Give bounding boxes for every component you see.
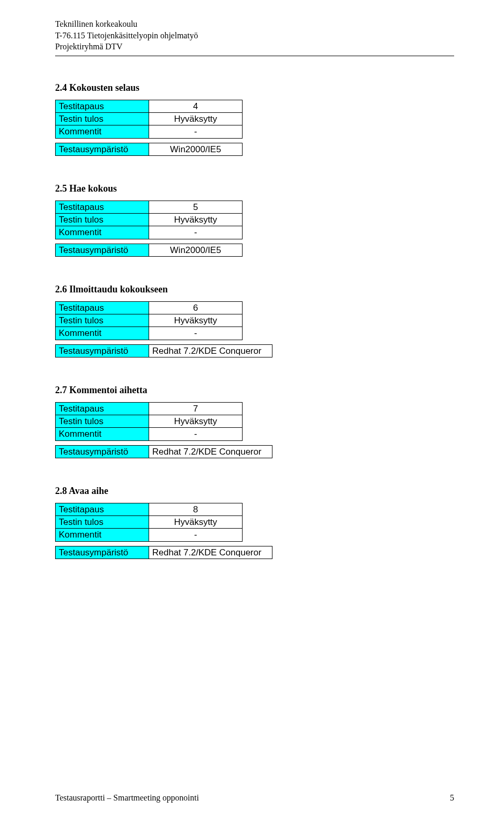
label-cell: Testin tulos [56,314,149,327]
test-section: 2.4 Kokousten selausTestitapaus4Testin t… [55,82,454,156]
label-cell: Testausympäristö [56,445,149,458]
table-row: Testitapaus4 [56,100,243,112]
label-cell: Testausympäristö [56,244,149,256]
label-cell: Testin tulos [56,113,149,125]
header-line-2: T-76.115 Tietojenkäsittelyopin ohjelmaty… [55,30,454,41]
label-cell: Kommentit [56,125,149,138]
test-env-table: TestausympäristöRedhat 7.2/KDE Conqueror [55,546,272,559]
table-row: TestausympäristöRedhat 7.2/KDE Conqueror [56,445,272,458]
value-cell: - [149,529,243,541]
test-env-table: TestausympäristöWin2000/IE5 [55,244,243,257]
table-row: TestausympäristöWin2000/IE5 [56,244,243,256]
value-cell: Hyväksytty [149,516,243,529]
table-row: Testin tulosHyväksytty [56,516,243,529]
test-env-table: TestausympäristöWin2000/IE5 [55,143,243,156]
table-row: Kommentit- [56,327,243,340]
value-cell: - [149,125,243,138]
label-cell: Testin tulos [56,516,149,529]
section-title: 2.8 Avaa aihe [55,486,454,497]
value-cell: 6 [149,301,243,314]
test-details-table: Testitapaus8Testin tulosHyväksyttyKommen… [55,503,243,542]
label-cell: Testitapaus [56,301,149,314]
table-row: Kommentit- [56,125,243,138]
section-title: 2.6 Ilmoittaudu kokoukseen [55,284,454,295]
test-section: 2.6 Ilmoittaudu kokoukseenTestitapaus6Te… [55,284,454,357]
label-cell: Testitapaus [56,503,149,515]
footer-page-number: 5 [450,793,454,803]
value-cell: Hyväksytty [149,214,243,226]
value-cell: Redhat 7.2/KDE Conqueror [149,445,272,458]
test-env-table: TestausympäristöRedhat 7.2/KDE Conqueror [55,344,272,357]
table-row: Testitapaus8 [56,503,243,515]
table-row: Testitapaus6 [56,301,243,314]
section-title: 2.7 Kommentoi aihetta [55,385,454,396]
label-cell: Kommentit [56,327,149,340]
value-cell: Win2000/IE5 [149,244,243,256]
table-row: TestausympäristöWin2000/IE5 [56,143,243,155]
table-row: Kommentit- [56,428,243,440]
test-details-table: Testitapaus6Testin tulosHyväksyttyKommen… [55,301,243,340]
value-cell: 8 [149,503,243,515]
label-cell: Testin tulos [56,214,149,226]
table-row: Testin tulosHyväksytty [56,415,243,428]
label-cell: Testitapaus [56,100,149,112]
header-line-1: Teknillinen korkeakoulu [55,18,454,30]
label-cell: Kommentit [56,529,149,541]
value-cell: Hyväksytty [149,113,243,125]
label-cell: Testitapaus [56,402,149,415]
value-cell: - [149,327,243,340]
table-row: Testin tulosHyväksytty [56,214,243,226]
value-cell: Redhat 7.2/KDE Conqueror [149,344,272,357]
table-row: Testitapaus7 [56,402,243,415]
footer-text: Testausraportti – Smartmeeting opponoint… [55,793,199,803]
value-cell: - [149,428,243,440]
test-env-table: TestausympäristöRedhat 7.2/KDE Conqueror [55,445,272,458]
test-details-table: Testitapaus5Testin tulosHyväksyttyKommen… [55,201,243,239]
table-row: TestausympäristöRedhat 7.2/KDE Conqueror [56,344,272,357]
section-title: 2.4 Kokousten selaus [55,82,454,93]
table-row: Kommentit- [56,226,243,239]
table-row: Testitapaus5 [56,201,243,213]
value-cell: Hyväksytty [149,415,243,428]
header-line-3: Projektiryhmä DTV [55,41,454,52]
page-footer: Testausraportti – Smartmeeting opponoint… [55,793,454,803]
test-section: 2.8 Avaa aiheTestitapaus8Testin tulosHyv… [55,486,454,559]
table-row: Testin tulosHyväksytty [56,113,243,125]
label-cell: Testausympäristö [56,143,149,155]
test-section: 2.5 Hae kokousTestitapaus5Testin tulosHy… [55,183,454,257]
table-row: Testin tulosHyväksytty [56,314,243,327]
section-title: 2.5 Hae kokous [55,183,454,194]
label-cell: Testitapaus [56,201,149,213]
value-cell: Redhat 7.2/KDE Conqueror [149,546,272,559]
label-cell: Kommentit [56,428,149,440]
header-divider [55,56,454,56]
value-cell: 4 [149,100,243,112]
label-cell: Testausympäristö [56,344,149,357]
label-cell: Kommentit [56,226,149,239]
test-section: 2.7 Kommentoi aihettaTestitapaus7Testin … [55,385,454,458]
value-cell: Win2000/IE5 [149,143,243,155]
value-cell: 7 [149,402,243,415]
value-cell: 5 [149,201,243,213]
label-cell: Testin tulos [56,415,149,428]
value-cell: - [149,226,243,239]
test-details-table: Testitapaus4Testin tulosHyväksyttyKommen… [55,100,243,139]
label-cell: Testausympäristö [56,546,149,559]
value-cell: Hyväksytty [149,314,243,327]
test-details-table: Testitapaus7Testin tulosHyväksyttyKommen… [55,402,243,441]
table-row: TestausympäristöRedhat 7.2/KDE Conqueror [56,546,272,559]
table-row: Kommentit- [56,529,243,541]
page-header: Teknillinen korkeakoulu T-76.115 Tietoje… [55,18,454,52]
